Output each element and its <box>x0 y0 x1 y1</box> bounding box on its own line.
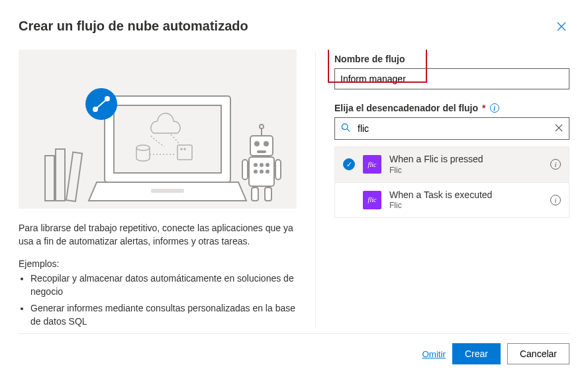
svg-rect-13 <box>257 150 266 153</box>
example-item: Generar informes mediante consultas pers… <box>30 301 297 329</box>
flow-name-label: Nombre de flujo <box>334 54 569 64</box>
vertical-divider <box>315 52 316 328</box>
create-flow-dialog: Crear un flujo de nube automatizado <box>0 0 588 375</box>
skip-button[interactable]: Omitir <box>422 343 446 364</box>
illustration-svg <box>19 50 297 209</box>
svg-rect-23 <box>242 160 248 180</box>
svg-rect-24 <box>275 160 281 180</box>
info-icon[interactable]: i <box>550 195 561 205</box>
svg-point-15 <box>260 125 264 129</box>
illustration <box>19 50 297 209</box>
svg-point-21 <box>260 170 263 173</box>
svg-point-18 <box>260 164 263 166</box>
right-panel: Nombre de flujo Elija el desencadenador … <box>334 50 569 333</box>
svg-point-19 <box>266 164 269 166</box>
example-item: Recopilar y almacenar datos automáticame… <box>30 272 297 299</box>
flow-name-field: Nombre de flujo <box>334 54 569 89</box>
create-button[interactable]: Crear <box>452 343 501 364</box>
svg-rect-25 <box>252 188 258 201</box>
trigger-item[interactable]: flic When a Task is executed Flic i <box>335 183 569 218</box>
flow-name-input[interactable] <box>334 68 569 89</box>
dialog-header: Crear un flujo de nube automatizado <box>19 19 569 36</box>
info-icon[interactable]: i <box>550 159 561 170</box>
trigger-search-input[interactable] <box>334 117 569 140</box>
examples-list: Recopilar y almacenar datos automáticame… <box>19 272 297 331</box>
trigger-search <box>334 117 569 140</box>
close-button[interactable] <box>554 19 569 36</box>
svg-point-12 <box>264 142 268 146</box>
svg-rect-26 <box>265 188 271 201</box>
svg-rect-1 <box>56 149 65 201</box>
dialog-footer: Omitir Crear Cancelar <box>19 333 569 364</box>
svg-rect-5 <box>151 189 184 193</box>
svg-point-22 <box>266 170 269 173</box>
trigger-label-row: Elija el desencadenador del flujo * i <box>334 103 569 113</box>
examples-label: Ejemplos: <box>19 258 297 269</box>
radio-checked-icon <box>343 158 355 170</box>
trigger-label: Elija el desencadenador del flujo <box>334 103 478 113</box>
clear-search-button[interactable] <box>555 123 563 134</box>
svg-point-20 <box>254 170 257 173</box>
trigger-field: Elija el desencadenador del flujo * i <box>334 103 569 218</box>
info-icon[interactable]: i <box>490 103 499 113</box>
dialog-body: Para librarse del trabajo repetitivo, co… <box>19 50 569 333</box>
svg-rect-4 <box>114 105 221 173</box>
close-icon <box>555 124 563 132</box>
svg-rect-2 <box>66 152 82 201</box>
svg-point-11 <box>255 142 259 146</box>
trigger-title: When a Flic is pressed <box>389 154 542 166</box>
trigger-text: When a Flic is pressed Flic <box>389 154 542 176</box>
trigger-list: flic When a Flic is pressed Flic i flic … <box>334 146 569 218</box>
dialog-title: Crear un flujo de nube automatizado <box>19 19 248 34</box>
trigger-connector: Flic <box>389 166 542 176</box>
trigger-title: When a Task is executed <box>389 189 542 201</box>
left-panel: Para librarse del trabajo repetitivo, co… <box>19 50 297 333</box>
trigger-text: When a Task is executed Flic <box>389 189 542 211</box>
description-text: Para librarse del trabajo repetitivo, co… <box>19 222 297 248</box>
svg-point-9 <box>184 148 185 150</box>
required-asterisk: * <box>482 103 485 113</box>
svg-point-17 <box>254 164 257 166</box>
trigger-item[interactable]: flic When a Flic is pressed Flic i <box>335 147 569 183</box>
svg-rect-0 <box>45 156 54 201</box>
close-icon <box>556 21 567 32</box>
connector-icon-flic: flic <box>363 155 381 174</box>
svg-point-8 <box>181 148 182 150</box>
trigger-connector: Flic <box>389 201 542 211</box>
connector-icon-flic: flic <box>363 191 381 209</box>
cancel-button[interactable]: Cancelar <box>507 343 569 364</box>
